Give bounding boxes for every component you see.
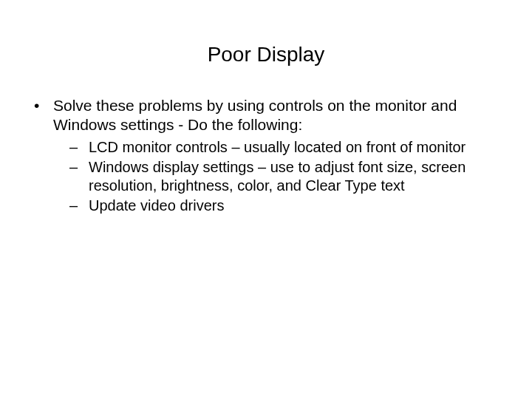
slide-content: Solve these problems by using controls o… [0, 96, 532, 215]
bullet-list-level2: LCD monitor controls – usually located o… [53, 138, 502, 215]
sub-bullet-text: Update video drivers [89, 197, 224, 214]
slide: Poor Display Solve these problems by usi… [0, 43, 532, 399]
bullet-list-level1: Solve these problems by using controls o… [30, 96, 502, 215]
bullet-main-text: Solve these problems by using controls o… [53, 97, 457, 133]
bullet-main: Solve these problems by using controls o… [30, 96, 502, 215]
sub-bullet: LCD monitor controls – usually located o… [53, 138, 502, 157]
sub-bullet-text: Windows display settings – use to adjust… [89, 159, 466, 194]
slide-title: Poor Display [0, 43, 532, 66]
sub-bullet-text: LCD monitor controls – usually located o… [89, 139, 466, 155]
sub-bullet: Windows display settings – use to adjust… [53, 158, 502, 195]
sub-bullet: Update video drivers [53, 197, 502, 215]
